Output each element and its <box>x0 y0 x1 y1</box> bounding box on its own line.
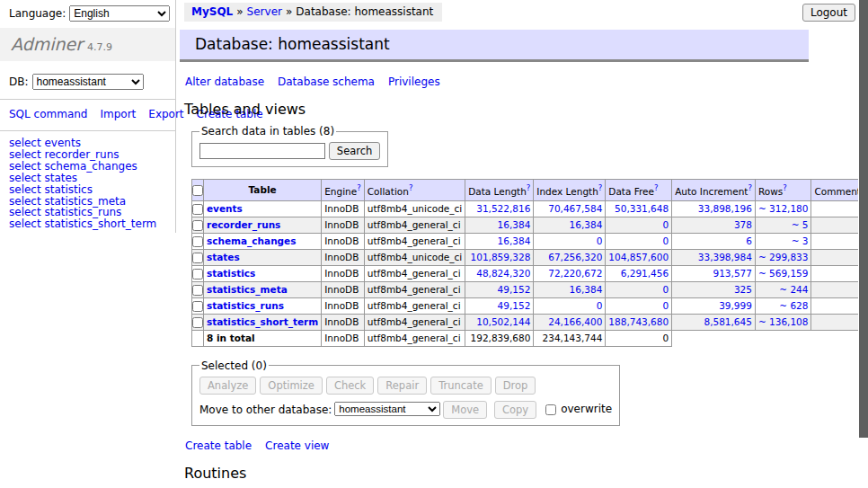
sidebar-select-states[interactable]: select states <box>9 173 175 184</box>
data-free-link[interactable]: 0 <box>662 284 669 295</box>
table-link-statistics-meta[interactable]: statistics_meta <box>207 284 288 295</box>
nav-link-privileges[interactable]: Privileges <box>388 75 440 88</box>
sidebar-select-statistics[interactable]: select statistics <box>9 184 175 196</box>
row-checkbox[interactable] <box>192 220 203 231</box>
breadcrumb-server-link[interactable]: Server <box>247 5 282 18</box>
table-link-schema-changes[interactable]: schema_changes <box>207 235 297 246</box>
nav-link-database-schema[interactable]: Database schema <box>278 75 375 88</box>
data-length-link[interactable]: 49,152 <box>498 300 531 311</box>
table-link-events[interactable]: events <box>207 203 243 214</box>
table-link-statistics[interactable]: statistics <box>207 268 255 279</box>
overwrite-checkbox[interactable] <box>545 404 556 415</box>
auto-increment-link[interactable]: 325 <box>734 284 752 295</box>
scrollbar-thumb[interactable] <box>859 0 868 438</box>
engine-cell: InnoDB <box>322 233 365 249</box>
sidebar-link-import[interactable]: Import <box>100 108 136 120</box>
repair-button[interactable]: Repair <box>377 377 427 395</box>
rows-count-link[interactable]: ~ 5 <box>792 219 809 230</box>
optimize-button[interactable]: Optimize <box>260 377 323 395</box>
truncate-button[interactable]: Truncate <box>430 377 492 395</box>
data-length-link[interactable]: 101,859,328 <box>471 252 531 262</box>
column-help-link[interactable]: ? <box>654 183 659 192</box>
row-checkbox[interactable] <box>192 253 203 263</box>
data-free-link[interactable]: 0 <box>662 300 669 311</box>
index-length-link[interactable]: 24,166,400 <box>548 316 602 327</box>
data-length-link[interactable]: 10,502,144 <box>476 316 530 327</box>
auto-increment-link[interactable]: 378 <box>734 219 752 230</box>
rows-count-link[interactable]: ~ 136,108 <box>758 316 809 327</box>
index-length-link[interactable]: 16,384 <box>570 284 603 295</box>
adminer-logo-link[interactable]: Adminer <box>11 34 83 54</box>
move-db-select[interactable]: homeassistant <box>334 402 440 416</box>
auto-increment-link[interactable]: 8,581,645 <box>704 316 751 327</box>
data-free-link[interactable]: 104,857,600 <box>608 252 669 262</box>
drop-button[interactable]: Drop <box>495 377 536 395</box>
data-free-link[interactable]: 50,331,648 <box>615 203 669 214</box>
column-help-link[interactable]: ? <box>598 183 603 192</box>
sidebar-select-statistics-short-term[interactable]: select statistics_short_term <box>9 218 175 230</box>
auto-increment-link[interactable]: 913,577 <box>713 268 752 279</box>
language-row: Language:English <box>0 0 175 22</box>
language-select[interactable]: English <box>69 5 170 22</box>
data-free-link[interactable]: 0 <box>662 235 669 246</box>
table-link-statistics-runs[interactable]: statistics_runs <box>207 300 284 311</box>
data-free-link[interactable]: 0 <box>662 219 669 230</box>
data-free-link[interactable]: 188,743,680 <box>608 316 669 327</box>
column-help-link[interactable]: ? <box>748 183 752 192</box>
table-link-statistics-short-term[interactable]: statistics_short_term <box>207 316 318 327</box>
index-length-link[interactable]: 67,256,320 <box>548 252 602 262</box>
data-length-link[interactable]: 16,384 <box>498 219 531 230</box>
sidebar-link-sql-command[interactable]: SQL command <box>9 108 87 120</box>
row-checkbox[interactable] <box>192 317 203 328</box>
rows-count-link[interactable]: ~ 628 <box>779 300 808 311</box>
table-link-states[interactable]: states <box>207 252 240 262</box>
data-length-link[interactable]: 31,522,816 <box>476 203 530 214</box>
sidebar-select-recorder-runs[interactable]: select recorder_runs <box>9 149 175 161</box>
sidebar-select-schema-changes[interactable]: select schema_changes <box>9 161 175 173</box>
index-length-link[interactable]: 0 <box>597 300 603 311</box>
auto-increment-link[interactable]: 6 <box>746 235 752 246</box>
scrollbar-track[interactable] <box>858 0 868 488</box>
rows-count-link[interactable]: ~ 299,833 <box>758 252 809 262</box>
column-help-link[interactable]: ? <box>783 183 787 192</box>
engine-cell: InnoDB <box>322 297 365 314</box>
row-checkbox[interactable] <box>192 269 203 279</box>
link-create-view[interactable]: Create view <box>265 439 329 452</box>
db-select[interactable]: homeassistant <box>32 74 144 90</box>
sidebar-link-export[interactable]: Export <box>148 108 183 120</box>
auto-increment-link[interactable]: 39,999 <box>719 300 752 311</box>
table-link-recorder-runs[interactable]: recorder_runs <box>207 219 280 230</box>
data-length-link[interactable]: 49,152 <box>498 284 531 295</box>
row-checkbox[interactable] <box>192 285 203 296</box>
row-checkbox[interactable] <box>192 236 203 247</box>
auto-increment-link[interactable]: 33,898,196 <box>698 203 752 214</box>
link-create-table[interactable]: Create table <box>185 439 252 452</box>
move-button[interactable]: Move <box>443 401 487 419</box>
data-length-link[interactable]: 48,824,320 <box>476 268 530 279</box>
search-input[interactable] <box>199 143 325 159</box>
auto-increment-link[interactable]: 33,398,984 <box>698 252 752 262</box>
nav-link-alter-database[interactable]: Alter database <box>185 75 264 88</box>
search-button[interactable]: Search <box>329 142 381 160</box>
copy-button[interactable]: Copy <box>494 401 536 419</box>
rows-count-link[interactable]: ~ 3 <box>792 235 809 246</box>
column-help-link[interactable]: ? <box>527 183 531 192</box>
row-checkbox[interactable] <box>192 301 203 312</box>
rows-count-link[interactable]: ~ 312,180 <box>758 203 809 214</box>
rows-count-link[interactable]: ~ 569,159 <box>758 268 809 279</box>
check-button[interactable]: Check <box>326 377 374 395</box>
select-all-checkbox[interactable] <box>192 185 203 196</box>
index-length-link[interactable]: 0 <box>597 235 603 246</box>
sidebar-select-events[interactable]: select events <box>9 138 175 149</box>
index-length-link[interactable]: 72,220,672 <box>548 268 602 279</box>
rows-count-link[interactable]: ~ 244 <box>779 284 808 295</box>
index-length-link[interactable]: 70,467,584 <box>548 203 602 214</box>
analyze-button[interactable]: Analyze <box>199 377 256 395</box>
data-free-link[interactable]: 6,291,456 <box>621 268 669 279</box>
breadcrumb-mysql-link[interactable]: MySQL <box>191 5 233 18</box>
column-help-link[interactable]: ? <box>357 183 361 192</box>
data-length-link[interactable]: 16,384 <box>498 235 531 246</box>
index-length-link[interactable]: 16,384 <box>570 219 603 230</box>
row-checkbox[interactable] <box>192 204 203 215</box>
column-help-link[interactable]: ? <box>409 183 413 192</box>
